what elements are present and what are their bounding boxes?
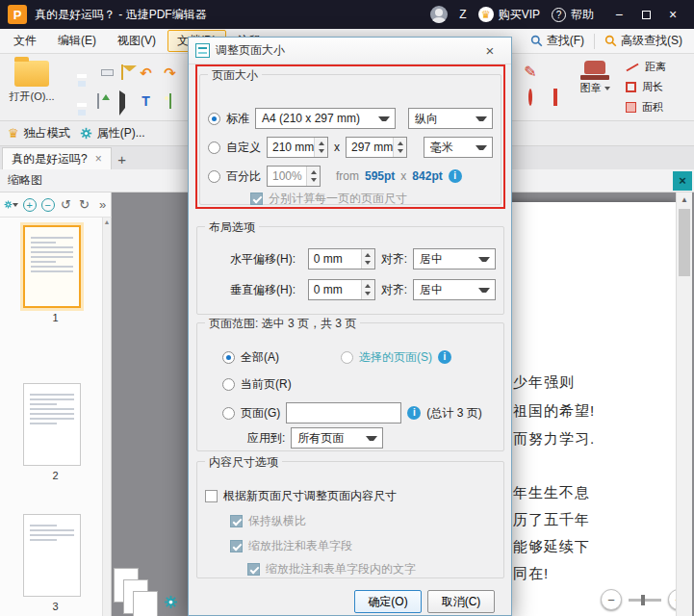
custom-height-spinner[interactable]: 297 mm: [346, 137, 407, 158]
all-pages-radio[interactable]: [222, 351, 235, 364]
menu-file[interactable]: 文件: [4, 30, 46, 52]
spinner-arrows[interactable]: [361, 280, 374, 299]
minimize-button[interactable]: −: [605, 4, 632, 25]
properties-button[interactable]: 属性(P)...: [80, 125, 145, 141]
gear-icon: [164, 595, 178, 609]
scale-annotations-checkbox[interactable]: [230, 540, 243, 552]
scrollbar-thumb[interactable]: [679, 209, 690, 276]
find-button[interactable]: 查找(F): [523, 31, 592, 51]
h-offset-spinner[interactable]: 0 mm: [308, 248, 375, 270]
more-options-button[interactable]: »: [95, 196, 110, 214]
all-pages-label: 全部(A): [241, 349, 279, 366]
image-tool-button[interactable]: [169, 94, 171, 108]
pages-label: 页面(G): [241, 405, 280, 422]
info-icon[interactable]: i: [438, 350, 451, 364]
keep-aspect-checkbox[interactable]: [230, 515, 243, 527]
buy-vip-button[interactable]: ♛ 购买VIP: [478, 7, 540, 23]
dialog-close-button[interactable]: ×: [476, 39, 504, 63]
rotate-left-button[interactable]: ↺: [59, 196, 73, 214]
maximize-button[interactable]: [632, 4, 659, 25]
spinner-arrows[interactable]: [306, 167, 320, 186]
selected-pages-radio[interactable]: [341, 351, 353, 364]
area-tool-button[interactable]: 面积: [624, 97, 687, 117]
thumbnail-panel-title: 缩略图: [0, 172, 112, 189]
user-initial[interactable]: Z: [459, 8, 466, 21]
custom-radio[interactable]: [208, 141, 220, 154]
zoom-in-button[interactable]: +: [668, 589, 676, 610]
email-button[interactable]: [121, 65, 123, 79]
page-thumbnail-1[interactable]: [23, 225, 81, 308]
new-tab-button[interactable]: +: [112, 148, 133, 169]
h-offset-label: 水平偏移(H):: [230, 251, 302, 268]
spinner-arrows[interactable]: [393, 138, 406, 157]
pages-radio[interactable]: [222, 407, 235, 420]
zoom-slider[interactable]: [629, 599, 661, 602]
standard-size-select[interactable]: A4 (210 x 297 mm): [255, 108, 396, 129]
exclusive-mode-button[interactable]: ♛ 独占模式: [8, 125, 70, 141]
page-thumbnail-3[interactable]: [23, 514, 81, 597]
apply-to-select[interactable]: 所有页面: [291, 427, 383, 449]
cancel-button[interactable]: 取消(C): [427, 590, 495, 613]
zoom-in-thumbnails-button[interactable]: +: [22, 196, 37, 214]
redo-button[interactable]: ↷: [164, 65, 176, 80]
help-button[interactable]: ? 帮助: [552, 7, 594, 23]
user-avatar[interactable]: [430, 6, 448, 23]
advanced-find-button[interactable]: 高级查找(S): [597, 31, 690, 51]
spinner-arrows[interactable]: [361, 249, 374, 269]
rotate-right-button[interactable]: ↻: [77, 196, 91, 214]
perimeter-tool-button[interactable]: 周长: [624, 77, 687, 97]
stamp-button[interactable]: 图章: [572, 58, 618, 95]
info-icon[interactable]: i: [449, 169, 462, 183]
area-icon: [626, 102, 636, 113]
spinner-arrows[interactable]: [314, 138, 327, 157]
thumbnail-scrollbar[interactable]: ▲: [102, 218, 111, 616]
percent-radio[interactable]: [208, 170, 220, 183]
folder-icon: [14, 61, 49, 87]
info-icon[interactable]: i: [407, 406, 421, 420]
h-align-select[interactable]: 居中: [413, 248, 496, 270]
resize-content-checkbox[interactable]: [205, 490, 218, 502]
percent-label: 百分比: [226, 168, 261, 185]
menu-edit[interactable]: 编辑(E): [48, 30, 106, 52]
current-page-radio[interactable]: [222, 378, 235, 391]
scroll-up-arrow[interactable]: ▲: [677, 192, 692, 207]
vertical-scrollbar[interactable]: ▲: [676, 192, 692, 616]
page-number-label: 1: [0, 312, 111, 323]
open-button[interactable]: 打开(O)...: [6, 58, 58, 104]
per-page-checkbox[interactable]: [250, 192, 263, 205]
crown-icon: ♛: [478, 7, 494, 22]
text-tool-button[interactable]: T: [141, 93, 150, 109]
select-tool-button[interactable]: [119, 94, 125, 108]
ellipse-tool-button[interactable]: [528, 90, 532, 104]
rectangle-tool-button[interactable]: [553, 90, 557, 104]
ok-button[interactable]: 确定(O): [354, 590, 422, 613]
tab-close-icon[interactable]: ×: [95, 153, 102, 165]
thumbnail-options-button[interactable]: [4, 196, 18, 214]
distance-icon: [626, 63, 638, 71]
v-align-value: 居中: [420, 282, 443, 298]
zoom-out-button[interactable]: −: [601, 589, 622, 610]
unit-select[interactable]: 毫米: [424, 137, 493, 158]
close-button[interactable]: ×: [659, 4, 686, 25]
custom-width-spinner[interactable]: 210 mm: [267, 137, 328, 158]
standard-radio[interactable]: [208, 113, 220, 125]
v-offset-spinner[interactable]: 0 mm: [308, 279, 375, 300]
image-icon: [169, 93, 171, 109]
pages-input[interactable]: [286, 402, 401, 424]
pencil-tool-button[interactable]: ✎: [524, 64, 536, 80]
undo-button[interactable]: ↶: [140, 65, 152, 80]
orientation-select[interactable]: 纵向: [408, 108, 493, 129]
distance-tool-button[interactable]: 距离: [624, 57, 687, 77]
export-button[interactable]: [97, 94, 99, 108]
close-document-button[interactable]: ×: [673, 171, 692, 191]
advanced-search-icon: [604, 35, 617, 47]
page-thumbnail-2[interactable]: [23, 383, 81, 466]
zoom-out-thumbnails-button[interactable]: −: [40, 196, 55, 214]
v-align-select[interactable]: 居中: [413, 279, 496, 300]
document-tab[interactable]: 真的是好运吗? ×: [2, 147, 112, 169]
percent-spinner[interactable]: 100%: [267, 166, 321, 187]
settings-gear-button[interactable]: [164, 595, 178, 612]
plus-circle-icon: +: [23, 198, 37, 212]
menu-view[interactable]: 视图(V): [108, 30, 166, 52]
scale-annotation-text-checkbox[interactable]: [247, 563, 260, 576]
